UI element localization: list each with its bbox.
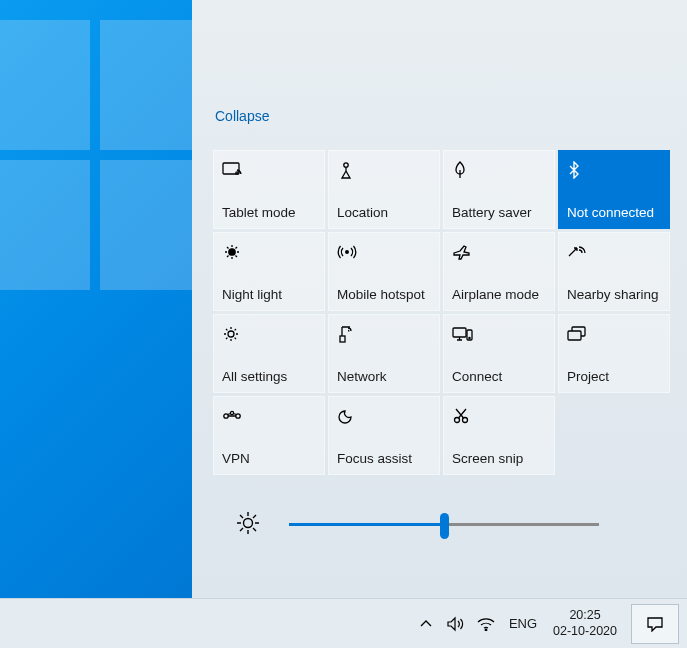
svg-point-17 [244, 519, 253, 528]
night-light-icon [222, 241, 318, 263]
tile-label: Connect [452, 368, 548, 386]
svg-point-2 [344, 163, 348, 167]
tray-overflow-button[interactable] [413, 609, 439, 639]
clock[interactable]: 20:25 02-10-2020 [547, 608, 623, 639]
network-icon [337, 323, 433, 345]
clock-time: 20:25 [553, 608, 617, 624]
tile-nearby-sharing[interactable]: Nearby sharing [558, 232, 670, 311]
tile-all-settings[interactable]: All settings [213, 314, 325, 393]
connect-icon [452, 323, 548, 345]
tile-location[interactable]: Location [328, 150, 440, 229]
settings-icon [222, 323, 318, 345]
tablet-mode-icon [222, 159, 318, 181]
tile-label: Network [337, 368, 433, 386]
tile-airplane-mode[interactable]: Airplane mode [443, 232, 555, 311]
vpn-icon [222, 405, 318, 427]
tile-tablet-mode[interactable]: Tablet mode [213, 150, 325, 229]
screen-snip-icon [452, 405, 548, 427]
tile-label: Project [567, 368, 663, 386]
svg-point-5 [228, 331, 234, 337]
quick-action-tiles: Tablet mode Location Battery saver Not c… [213, 150, 673, 478]
tile-vpn[interactable]: VPN [213, 396, 325, 475]
location-icon [337, 159, 433, 181]
brightness-control [235, 510, 635, 540]
airplane-mode-icon [452, 241, 548, 263]
tile-label: Airplane mode [452, 286, 548, 304]
svg-point-15 [455, 418, 460, 423]
tile-label: Location [337, 204, 433, 222]
slider-fill [289, 523, 444, 526]
tile-bluetooth[interactable]: Not connected [558, 150, 670, 229]
tile-network[interactable]: Network [328, 314, 440, 393]
tile-label: Not connected [567, 204, 663, 222]
svg-point-16 [463, 418, 468, 423]
bluetooth-icon [567, 159, 663, 181]
desktop-background [0, 0, 192, 598]
tile-label: All settings [222, 368, 318, 386]
tile-connect[interactable]: Connect [443, 314, 555, 393]
tile-label: Night light [222, 286, 318, 304]
brightness-slider[interactable] [289, 513, 599, 537]
tile-label: Screen snip [452, 450, 548, 468]
battery-saver-icon [452, 159, 548, 181]
slider-thumb[interactable] [440, 513, 449, 539]
tile-battery-saver[interactable]: Battery saver [443, 150, 555, 229]
collapse-link[interactable]: Collapse [215, 108, 269, 124]
tile-label: VPN [222, 450, 318, 468]
tile-label: Tablet mode [222, 204, 318, 222]
clock-date: 02-10-2020 [553, 624, 617, 640]
notifications-button[interactable] [631, 604, 679, 644]
brightness-icon [235, 510, 261, 540]
tile-project[interactable]: Project [558, 314, 670, 393]
mobile-hotspot-icon [337, 241, 433, 263]
tile-label: Mobile hotspot [337, 286, 433, 304]
focus-assist-icon [337, 405, 433, 427]
taskbar: ENG 20:25 02-10-2020 [0, 598, 687, 648]
wifi-icon[interactable] [473, 609, 499, 639]
tile-focus-assist[interactable]: Focus assist [328, 396, 440, 475]
tile-label: Battery saver [452, 204, 548, 222]
svg-point-3 [229, 249, 235, 255]
language-indicator[interactable]: ENG [503, 616, 543, 631]
tile-mobile-hotspot[interactable]: Mobile hotspot [328, 232, 440, 311]
tile-label: Focus assist [337, 450, 433, 468]
nearby-sharing-icon [567, 241, 663, 263]
project-icon [567, 323, 663, 345]
tile-label: Nearby sharing [567, 286, 663, 304]
svg-rect-11 [568, 331, 581, 340]
svg-rect-6 [340, 336, 345, 342]
svg-point-9 [469, 337, 470, 338]
svg-point-18 [485, 629, 487, 631]
svg-point-1 [236, 172, 238, 174]
svg-rect-7 [453, 328, 466, 337]
tile-night-light[interactable]: Night light [213, 232, 325, 311]
svg-point-4 [346, 251, 349, 254]
volume-icon[interactable] [443, 609, 469, 639]
tile-screen-snip[interactable]: Screen snip [443, 396, 555, 475]
